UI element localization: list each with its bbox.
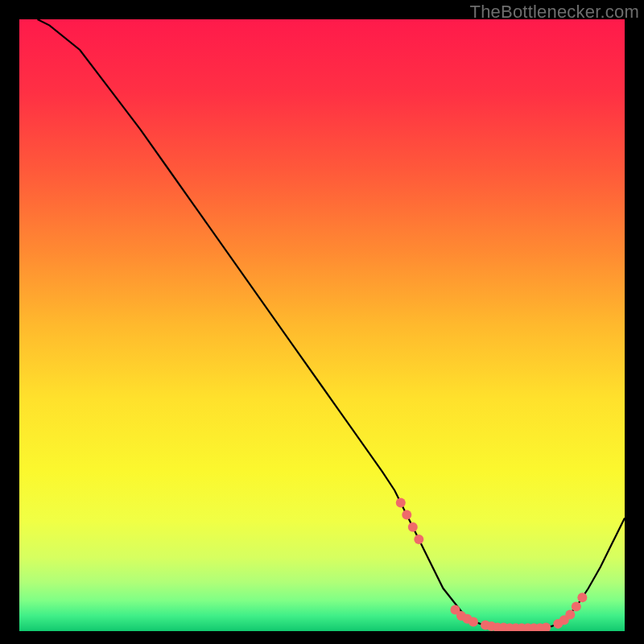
bottleneck-curve-chart xyxy=(19,19,625,631)
gradient-background xyxy=(19,19,625,631)
data-marker xyxy=(396,497,406,507)
data-marker xyxy=(408,522,418,532)
data-marker xyxy=(414,535,423,544)
data-marker xyxy=(402,510,411,520)
data-marker xyxy=(469,617,478,627)
data-marker xyxy=(565,609,575,619)
data-marker xyxy=(577,592,587,602)
chart-frame xyxy=(19,19,625,631)
watermark-label: TheBottlenecker.com xyxy=(470,2,639,23)
data-marker xyxy=(572,602,581,612)
